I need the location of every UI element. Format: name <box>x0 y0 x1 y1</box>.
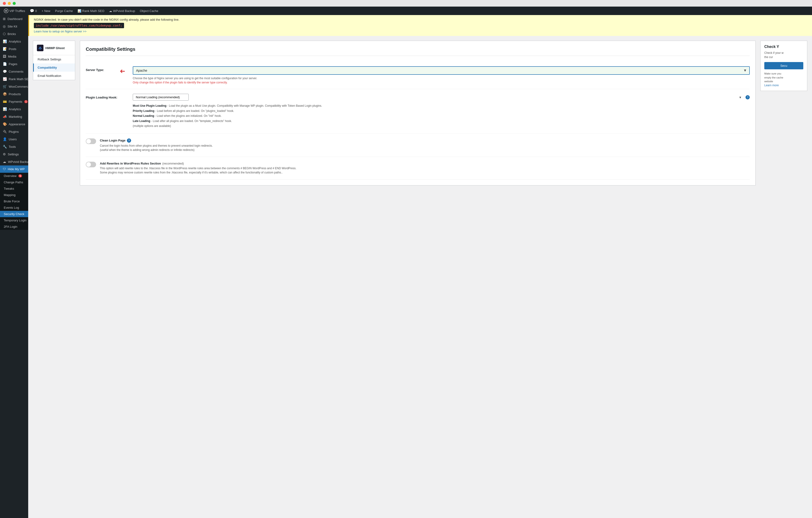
sidebar-label: Users <box>9 138 17 141</box>
sidebar-item-pages[interactable]: 📄 Pages <box>0 60 28 68</box>
sidebar-item-tools[interactable]: 🔧 Tools <box>0 143 28 150</box>
sidebar-item-media[interactable]: 🖼 Media <box>0 53 28 60</box>
hook-desc-normal: Normal Loading - Load when the plugins a… <box>133 114 750 119</box>
sidebar-label: Products <box>9 92 21 96</box>
settings-panel: Compatibility Settings Server Type: ➜ Ap… <box>80 41 756 185</box>
notification-text: NGINX detected. In case you didn't add t… <box>34 18 179 21</box>
learn-more-link[interactable]: Learn more <box>764 84 779 87</box>
right-panel-title: Check Y <box>764 45 803 49</box>
sidebar-item-users[interactable]: 👤 Users <box>0 135 28 143</box>
rank-math-item[interactable]: 📊 Rank Math SEO <box>76 7 106 15</box>
new-item[interactable]: + New <box>40 7 52 15</box>
sidebar-item-dashboard[interactable]: ⊞ Dashboard <box>0 15 28 23</box>
analytics-icon: 📊 <box>3 39 7 43</box>
posts-icon: 📝 <box>3 47 7 51</box>
plugin-logo-text: HMWP Ghost <box>45 46 65 50</box>
plugin-nav-compatibility[interactable]: Compatibility <box>33 63 75 72</box>
hook-desc-multiple: (multiple options are available) <box>133 124 750 129</box>
sidebar-submenu-overview[interactable]: Overview 5 <box>0 173 28 179</box>
server-type-description: Choose the type of Nginx server you are … <box>133 76 750 80</box>
sidebar-item-products[interactable]: 📦 Products <box>0 90 28 98</box>
server-type-select[interactable]: Apache Nginx Litespeed IIS <box>133 66 750 75</box>
add-rewrites-content: Add Rewrites in WordPress Rules Section … <box>100 162 750 175</box>
svg-point-3 <box>40 49 41 49</box>
settings-icon: ⚙ <box>3 152 6 156</box>
payments-badge: 1 <box>24 100 28 103</box>
sidebar-item-analytics2[interactable]: 📊 Analytics <box>0 105 28 113</box>
object-cache-label: Object Cache <box>140 9 158 13</box>
sidebar-item-bricks[interactable]: ⬡ Bricks <box>0 30 28 38</box>
wpvivid-item[interactable]: ☁ WPvivid Backup <box>107 7 137 15</box>
rankmath-icon: 📈 <box>3 77 7 81</box>
settings-title: Compatibility Settings <box>86 47 750 56</box>
sidebar-label: Marketing <box>9 115 22 118</box>
clean-login-toggle[interactable] <box>86 138 96 144</box>
sidebar-item-settings[interactable]: ⚙ Settings <box>0 150 28 158</box>
clean-login-row: Clean Login Page ? Cancel the login hook… <box>86 134 750 157</box>
sitekit-icon: ◎ <box>3 24 6 28</box>
sidebar-item-analytics[interactable]: 📊 Analytics <box>0 38 28 45</box>
sidebar-label: Plugins <box>9 130 19 134</box>
sidebar-item-posts[interactable]: 📝 Posts <box>0 45 28 53</box>
sidebar-item-plugins[interactable]: 🔌 Plugins <box>0 128 28 135</box>
hook-desc-priority: Priority Loading - Load before all plugi… <box>133 109 750 114</box>
sidebar-label: Analytics <box>9 107 21 111</box>
plugin-nav-rollback[interactable]: Rollback Settings <box>33 55 75 63</box>
hook-desc-late: Late Loading - Load after all plugins ar… <box>133 119 750 124</box>
purge-cache-item[interactable]: Purge Cache <box>53 7 75 15</box>
server-type-control: ➜ Apache Nginx Litespeed IIS ▼ <box>133 66 750 84</box>
sidebar-label: Posts <box>9 47 17 51</box>
hide-my-wp-label: Hide My WP <box>8 167 25 171</box>
clean-login-help-button[interactable]: ? <box>127 138 131 143</box>
sidebar-item-marketing[interactable]: 📣 Marketing <box>0 113 28 120</box>
svg-text:W: W <box>5 10 7 12</box>
hook-help-button[interactable]: ? <box>746 95 750 99</box>
sidebar-item-sitekit[interactable]: ◎ Site Kit <box>0 23 28 30</box>
sidebar-label: WPvivid Backup <box>8 160 28 164</box>
add-rewrites-recommended: (recommended) <box>162 162 184 165</box>
sidebar-submenu-mapping[interactable]: Mapping <box>0 192 28 198</box>
security-check-button[interactable]: Secu <box>764 62 803 69</box>
sidebar-item-woocommerce[interactable]: 🛒 WooCommerce <box>0 83 28 90</box>
pages-icon: 📄 <box>3 62 7 66</box>
products-icon: 📦 <box>3 92 7 96</box>
appearance-icon: 🎨 <box>3 122 7 126</box>
svg-rect-2 <box>38 46 42 50</box>
notification-link[interactable]: Learn how to setup on Nginx server >> <box>34 30 86 33</box>
comments-icon: 💬 <box>3 69 7 73</box>
hook-desc-must-use: Must Use Plugin Loading - Load the plugi… <box>133 104 750 109</box>
plugin-nav-email[interactable]: Email Notification <box>33 72 75 80</box>
wpvivid-label: WPvivid Backup <box>113 9 135 13</box>
maximize-button[interactable] <box>13 2 16 5</box>
sidebar-item-comments[interactable]: 💬 Comments <box>0 68 28 75</box>
woocommerce-icon: 🛒 <box>3 85 7 88</box>
hide-my-wp-header[interactable]: 🛡 Hide My WP <box>0 166 28 173</box>
title-bar <box>0 0 812 7</box>
sidebar-submenu-temporary-login[interactable]: Temporary Login <box>0 217 28 224</box>
comments-item[interactable]: 💬 0 <box>28 7 39 15</box>
main-content: NGINX detected. In case you didn't add t… <box>28 15 812 518</box>
plugin-loading-hook-row: Plugin Loading Hook: Normal Loading (rec… <box>86 89 750 134</box>
sidebar-item-appearance[interactable]: 🎨 Appearance <box>0 120 28 128</box>
analytics2-icon: 📊 <box>3 107 7 111</box>
wp-logo-item[interactable]: W VIP Truffles <box>2 7 27 15</box>
sidebar-label: Media <box>8 55 16 58</box>
add-rewrites-toggle[interactable] <box>86 162 96 167</box>
sidebar-submenu-brute-force[interactable]: Brute Force <box>0 198 28 204</box>
sidebar-submenu-events-log[interactable]: Events Log <box>0 204 28 211</box>
sidebar-item-rankmath[interactable]: 📈 Rank Math SEO <box>0 75 28 83</box>
sidebar-submenu-2fa[interactable]: 2FA Login <box>0 224 28 230</box>
close-button[interactable] <box>3 2 6 5</box>
sidebar-item-payments[interactable]: 💳 Payments 1 <box>0 98 28 105</box>
object-cache-item[interactable]: Object Cache <box>138 7 160 15</box>
sidebar-label: Analytics <box>9 40 21 43</box>
sidebar-submenu-tweaks[interactable]: Tweaks <box>0 185 28 192</box>
sidebar-item-wpvivid[interactable]: ☁ WPvivid Backup <box>0 158 28 166</box>
bricks-icon: ⬡ <box>3 32 6 36</box>
plugin-loading-hook-control: Normal Loading (recommended) Must Use Pl… <box>133 94 750 129</box>
sidebar-submenu-change-paths[interactable]: Change Paths <box>0 179 28 185</box>
right-panel: Check Y Check if your wthe cur Secu Make… <box>760 41 807 91</box>
hook-select[interactable]: Normal Loading (recommended) Must Use Pl… <box>133 94 188 100</box>
sidebar-submenu-security-check[interactable]: Security Check <box>0 211 28 217</box>
minimize-button[interactable] <box>8 2 11 5</box>
